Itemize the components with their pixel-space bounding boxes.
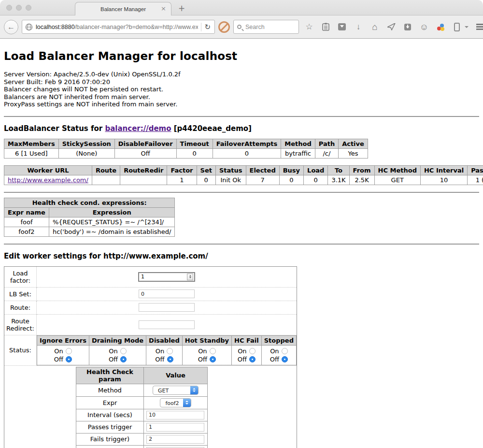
hc-header-row: Health Check param Value [76,367,208,384]
smiley-icon[interactable]: ☺ [419,22,429,32]
url-divider [201,23,201,31]
url-bar[interactable]: localhost:8880/balancer-manager?b=demo&w… [22,20,215,34]
pocket-icon[interactable] [337,22,347,32]
disabled-on-radio[interactable] [167,348,173,354]
square-download-icon[interactable] [403,22,412,32]
edit-worker-form: Load factor: LB Set: Route: Route Redire… [4,266,297,448]
table-title-row: Health check cond. expressions: [4,198,175,207]
back-button[interactable]: ← [4,20,18,34]
bookmark-star-icon[interactable]: ☆ [304,22,314,32]
hc-fail-on-radio[interactable] [249,348,256,354]
status-radio-row: On Off On Off On Off [37,345,297,365]
content-blocked-icon[interactable] [218,21,230,33]
ignore-errors-off-radio[interactable] [66,356,72,362]
hc-row-fails: Fails trigger) [76,433,208,445]
multicolor-dots-icon[interactable] [436,22,445,32]
status-header-row: Ignore Errors Draining Mode Disabled Hot… [37,335,297,345]
route-redirect-input[interactable] [139,320,195,329]
server-version: Server Version: Apache/2.5.0-dev (Unix) … [4,71,479,78]
lb-set-input[interactable] [139,289,195,298]
balancer-status-table: MaxMembers StickySession DisableFailover… [4,139,368,159]
tab-close-icon[interactable]: × [161,5,166,12]
load-factor-input[interactable] [138,272,195,282]
hc-row-expr: Expr foof2 [76,396,208,409]
divider [4,244,479,245]
edit-worker-heading: Edit worker settings for http://www.exam… [4,252,479,260]
route-input[interactable] [139,303,195,312]
search-icon [237,25,242,29]
draining-mode-off-radio[interactable] [120,356,127,362]
menu-icon[interactable] [476,22,483,32]
browser-tab[interactable]: Balancer Manager × [75,2,171,15]
balancer-demo-link[interactable]: balancer://demo [105,124,171,133]
fails-trigger-input[interactable] [146,435,204,444]
tab-bar: Balancer Manager × + [0,0,483,15]
table-header-row: Worker URL Route RouteRedir Factor Set S… [4,165,483,175]
interval-input[interactable] [146,411,204,419]
passes-trigger-input[interactable] [146,423,204,432]
status-table: Ignore Errors Draining Mode Disabled Hot… [37,335,297,365]
close-window-button[interactable] [6,5,12,11]
server-info: Server Version: Apache/2.5.0-dev (Unix) … [4,71,479,108]
form-row-route: Route: [4,301,297,314]
url-input[interactable]: localhost:8880/balancer-manager?b=demo&w… [36,24,198,30]
divider [4,192,479,193]
notice-balancers: Balancers are NOT inherited from main se… [4,93,479,101]
notice-proxypass: ProxyPass settings are NOT inherited fro… [4,101,479,108]
method-select[interactable]: GET [153,386,199,395]
form-row-load-factor: Load factor: [4,266,297,287]
reload-icon[interactable]: ↻ [204,23,212,30]
clipboard-icon[interactable] [321,22,330,32]
home-icon[interactable]: ⌂ [370,22,380,32]
new-tab-button[interactable]: + [171,3,192,15]
load-factor-field[interactable] [140,274,187,280]
browser-window: Balancer Manager × + ← localhost:8880/ba… [0,0,483,448]
hc-fail-off-radio[interactable] [249,356,256,362]
form-row-route-redirect: Route Redirect: [4,314,297,335]
hot-standby-on-radio[interactable] [210,348,216,354]
table-header-row: MaxMembers StickySession DisableFailover… [4,139,368,148]
download-icon[interactable]: ↓ [354,22,363,32]
zoom-window-button[interactable] [26,5,31,11]
select-stepper-icon [190,386,198,394]
caret-down-icon[interactable] [465,26,469,28]
ignore-errors-on-radio[interactable] [66,348,72,354]
table-row: foof2 hc('body') =~ /domain is establish… [4,227,175,236]
form-row-lb-set: LB Set: [4,287,297,301]
search-bar[interactable] [233,20,299,34]
window-controls [6,5,31,11]
health-check-param-table: Health Check param Value Method GET Expr [76,367,208,448]
worker-status-table: Worker URL Route RouteRedir Factor Set S… [4,165,483,185]
table-row: 6 [1 Used] (None) Off 0 0 bytraffic /c/ … [4,148,368,158]
notice-persist: Balancer changes will NOT be persisted o… [4,86,479,93]
expr-select[interactable]: foof2 [160,398,191,407]
send-plane-icon[interactable] [386,22,396,32]
draining-mode-on-radio[interactable] [120,348,127,354]
stopped-off-radio[interactable] [282,356,288,362]
table-row: http://www.example.com/ 1 0 Init Ok 7 0 … [4,175,483,185]
route-redirect-label: Route Redirect: [4,314,37,335]
hot-standby-off-radio[interactable] [210,356,216,362]
toolbar-icons: ☆ ↓ ⌂ ☺ [304,22,469,32]
select-stepper-icon [183,399,191,407]
load-factor-label: Load factor: [4,266,37,287]
table-header-row: Expr name Expression [4,207,175,217]
form-row-hc-params: Health Check param Value Method GET Expr [4,365,297,448]
globe-icon [25,23,33,31]
page-title: Load Balancer Manager for localhost [4,50,479,62]
page-content: Load Balancer Manager for localhost Serv… [0,39,483,448]
health-check-expressions-table: Health check cond. expressions: Expr nam… [4,198,175,237]
navigation-toolbar: ← localhost:8880/balancer-manager?b=demo… [0,15,483,39]
divider [4,116,479,117]
number-stepper-icon[interactable] [187,274,193,280]
minimize-window-button[interactable] [16,5,22,11]
disabled-off-radio[interactable] [167,356,173,362]
search-input[interactable] [244,23,288,31]
device-icon[interactable] [452,22,462,32]
worker-url-link[interactable]: http://www.example.com/ [8,176,88,184]
table-row: foof %{REQUEST_STATUS} =~ /^[234]/ [4,217,175,227]
server-built: Server Built: Feb 9 2016 07:00:20 [4,78,479,86]
hc-row-interval: Interval (secs) [76,409,208,421]
stopped-on-radio[interactable] [282,348,288,354]
back-icon: ← [7,23,15,31]
